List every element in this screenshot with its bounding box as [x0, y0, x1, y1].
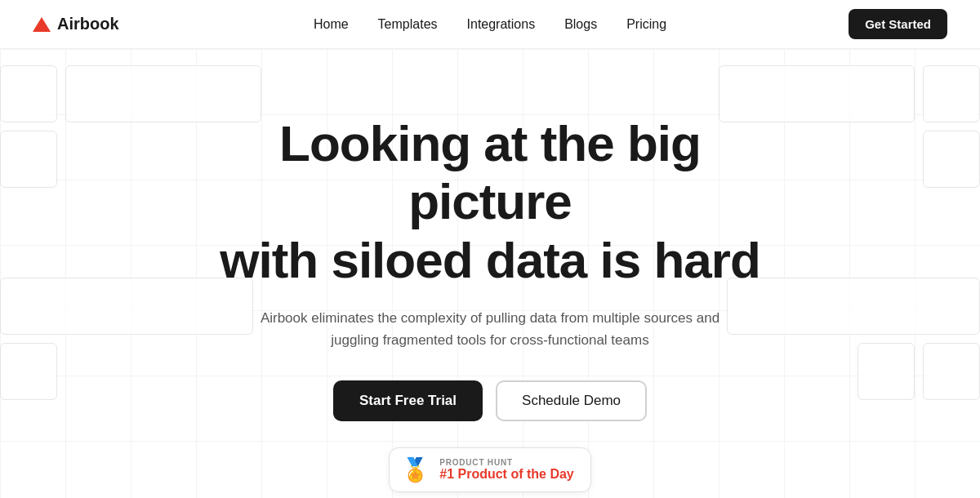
nav-item-templates[interactable]: Templates: [378, 17, 438, 32]
hero-title-line2: with siloed data is hard: [220, 232, 760, 288]
logo-text: Airbook: [57, 15, 119, 33]
hero-subtitle: Airbook eliminates the complexity of pul…: [253, 307, 727, 351]
nav: Home Templates Integrations Blogs Pricin…: [314, 17, 666, 32]
start-free-trial-button[interactable]: Start Free Trial: [333, 380, 483, 421]
logo-area: Airbook: [33, 15, 119, 33]
nav-item-pricing[interactable]: Pricing: [626, 17, 666, 32]
hero-title-line1: Looking at the big picture: [279, 115, 701, 229]
logo-triangle-icon: [33, 17, 51, 32]
nav-item-home[interactable]: Home: [314, 17, 349, 32]
schedule-demo-button[interactable]: Schedule Demo: [496, 380, 647, 421]
ph-rank: #1 Product of the Day: [439, 467, 573, 482]
cta-group: Start Free Trial Schedule Demo: [333, 380, 647, 421]
medal-icon: 🏅: [401, 456, 430, 483]
ph-text: PRODUCT HUNT #1 Product of the Day: [439, 458, 573, 482]
get-started-button[interactable]: Get Started: [849, 9, 947, 39]
nav-item-integrations[interactable]: Integrations: [467, 17, 536, 32]
header: Airbook Home Templates Integrations Blog…: [0, 0, 980, 49]
main-content: Looking at the big picture with siloed d…: [0, 49, 980, 492]
nav-item-blogs[interactable]: Blogs: [564, 17, 597, 32]
ph-label: PRODUCT HUNT: [439, 458, 573, 467]
hero-title: Looking at the big picture with siloed d…: [196, 114, 784, 289]
product-hunt-badge[interactable]: 🏅 PRODUCT HUNT #1 Product of the Day: [389, 447, 590, 492]
